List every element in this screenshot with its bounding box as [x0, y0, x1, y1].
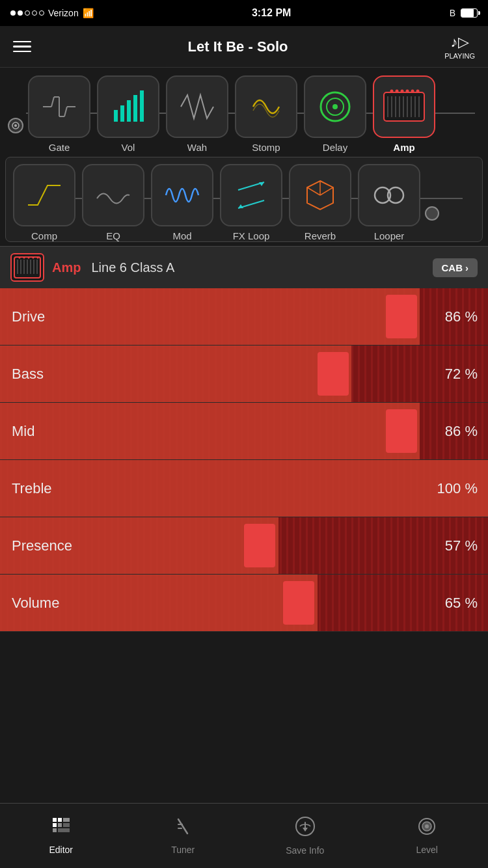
param-row-volume[interactable]: Volume65 %	[0, 575, 488, 632]
svg-rect-56	[53, 818, 57, 822]
dot1	[10, 10, 16, 16]
wah-label: Wah	[187, 142, 207, 153]
param-active-bass	[318, 352, 349, 396]
effect-stomp: Stomp	[233, 75, 299, 153]
svg-line-3	[51, 97, 54, 107]
playing-button[interactable]: ♪▷ PLAYING	[444, 34, 475, 60]
comp-button[interactable]	[13, 164, 75, 226]
param-label-presence: Presence	[0, 537, 104, 554]
svg-line-40	[307, 187, 320, 195]
battery-fill	[461, 9, 474, 17]
svg-line-39	[320, 187, 333, 195]
gate-button[interactable]	[28, 75, 90, 138]
effect-eq: EQ	[80, 164, 146, 241]
param-row-treble[interactable]: Treble100 %	[0, 460, 488, 517]
svg-rect-12	[133, 95, 137, 122]
svg-rect-10	[120, 105, 124, 122]
dot5	[39, 10, 44, 16]
svg-rect-9	[114, 110, 118, 122]
svg-line-7	[64, 107, 67, 116]
svg-line-65	[178, 819, 187, 834]
svg-point-52	[23, 257, 25, 259]
nav-tuner[interactable]: Tuner	[144, 817, 222, 855]
param-label-mid: Mid	[0, 423, 104, 440]
param-active-mid	[386, 409, 417, 453]
amp-label: Amp	[393, 142, 414, 153]
gate-label: Gate	[49, 142, 70, 153]
cab-chevron: ›	[465, 262, 468, 273]
delay-button[interactable]	[304, 75, 366, 138]
dot3	[25, 10, 30, 16]
amp-icon	[10, 253, 44, 282]
param-active-drive	[386, 295, 417, 338]
delay-label: Delay	[323, 142, 347, 153]
eq-label: EQ	[106, 230, 120, 241]
tuner-icon	[173, 817, 193, 841]
signal-dots	[10, 10, 44, 16]
fxloop-button[interactable]	[220, 164, 282, 226]
looper-label: Looper	[374, 230, 405, 241]
mod-button[interactable]	[151, 164, 213, 226]
param-value-bass: 72 %	[445, 366, 478, 383]
param-value-mid: 86 %	[445, 423, 478, 440]
param-label-drive: Drive	[0, 308, 104, 325]
svg-point-31	[411, 90, 414, 93]
svg-marker-69	[303, 828, 308, 832]
effect-vol: Vol	[95, 75, 161, 153]
param-row-drive[interactable]: Drive86 %	[0, 288, 488, 346]
tuner-nav-label: Tuner	[171, 845, 195, 855]
reverb-label: Reverb	[305, 230, 336, 241]
reverb-button[interactable]	[289, 164, 351, 226]
nav-level[interactable]: Level	[388, 817, 466, 855]
svg-point-30	[406, 90, 409, 93]
param-row-bass[interactable]: Bass72 %	[0, 346, 488, 403]
param-label-treble: Treble	[0, 480, 104, 497]
effects-section: Gate Vol Wah	[0, 68, 488, 242]
nav-saveinfo[interactable]: Save Info	[266, 816, 344, 856]
eq-button[interactable]	[82, 164, 144, 226]
vol-button[interactable]	[97, 75, 159, 138]
battery-icon	[461, 8, 478, 18]
level-nav-label: Level	[416, 845, 438, 855]
wah-button[interactable]	[166, 75, 228, 138]
nav-editor[interactable]: Editor	[22, 817, 100, 855]
svg-rect-57	[58, 818, 62, 822]
svg-point-16	[332, 104, 338, 109]
params-container: Drive86 %Bass72 %Mid86 %Treble100 %Prese…	[0, 288, 488, 632]
stomp-button[interactable]	[235, 75, 297, 138]
param-label-bass: Bass	[0, 366, 104, 383]
editor-icon	[51, 817, 71, 841]
playing-icon: ♪▷	[451, 34, 469, 51]
param-value-volume: 65 %	[445, 595, 478, 612]
svg-rect-13	[140, 90, 144, 122]
svg-point-28	[396, 90, 399, 93]
fxloop-label: FX Loop	[233, 230, 270, 241]
param-row-presence[interactable]: Presence57 %	[0, 517, 488, 575]
bluetooth-icon: B	[450, 8, 455, 18]
status-left: Verizon 📶	[10, 8, 94, 18]
looper-button[interactable]	[358, 164, 420, 226]
status-time: 3:12 PM	[252, 7, 291, 19]
effect-mod: Mod	[149, 164, 215, 241]
status-bar: Verizon 📶 3:12 PM B	[0, 0, 488, 26]
param-value-drive: 86 %	[445, 308, 478, 325]
amp-header: Amp Line 6 Class A CAB ›	[0, 246, 488, 288]
param-value-treble: 100 %	[437, 480, 478, 497]
svg-rect-62	[63, 823, 70, 827]
svg-point-29	[401, 90, 404, 93]
param-row-mid[interactable]: Mid86 %	[0, 403, 488, 460]
effect-comp: Comp	[11, 164, 77, 241]
cab-button[interactable]: CAB ›	[433, 258, 478, 277]
effects-row-1: Gate Vol Wah	[0, 75, 488, 153]
amp-button[interactable]	[373, 75, 435, 138]
effect-reverb: Reverb	[287, 164, 353, 241]
dot2	[18, 10, 23, 16]
svg-rect-17	[384, 92, 424, 121]
amp-model-label: Line 6 Class A	[91, 260, 174, 275]
output-jack	[425, 206, 439, 221]
menu-button[interactable]	[13, 41, 31, 53]
svg-rect-60	[53, 823, 57, 827]
param-active-volume	[283, 581, 314, 625]
effect-gate: Gate	[26, 75, 92, 153]
vol-label: Vol	[122, 142, 135, 153]
